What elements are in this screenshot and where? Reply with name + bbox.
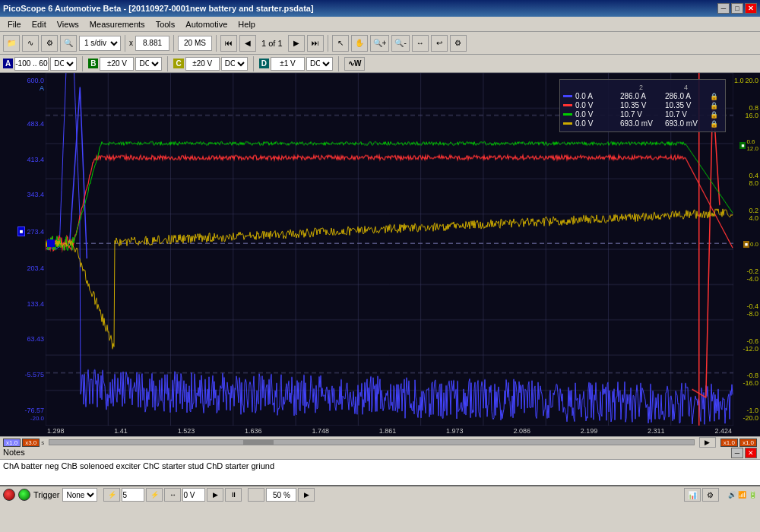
channel-b-coupling[interactable]: DC <box>135 57 162 71</box>
cursor-hand[interactable]: ✋ <box>351 35 368 52</box>
timebase-select[interactable]: 1 s/div <box>79 36 121 51</box>
x-label-1: 1.298 <box>47 427 65 435</box>
channel-b-label: B <box>88 59 98 68</box>
menu-views[interactable]: Views <box>52 19 84 30</box>
menu-automotive[interactable]: Automotive <box>181 19 232 30</box>
zoom-out[interactable]: 🔍- <box>391 35 409 52</box>
menu-edit[interactable]: Edit <box>27 19 51 30</box>
toolbar-icon-1[interactable]: 📁 <box>3 35 20 52</box>
scrollbar-track[interactable] <box>49 439 695 445</box>
close-button[interactable]: ✕ <box>745 3 757 14</box>
channel-bar: A DC B DC C DC D DC ∿W <box>0 55 760 73</box>
x-label-3: 1.523 <box>178 427 195 435</box>
toolbar-icon-2[interactable]: ∿ <box>22 35 39 52</box>
x1-far-indicator: x1.0 <box>739 439 757 447</box>
status-btn-2[interactable]: ⚡ <box>146 488 163 502</box>
scroll-right-btn[interactable]: ▶ <box>699 437 716 448</box>
status-btn-3[interactable]: ↔ <box>164 488 181 502</box>
left-axis-top: 600.0A <box>2 77 44 92</box>
legend-ch-b: 0.0 V 10.35 V 10.35 V 🔒 <box>563 101 722 109</box>
cursor-arrow[interactable]: ↖ <box>332 35 349 52</box>
scrollbar-thumb[interactable] <box>243 440 274 445</box>
zoom-fit[interactable]: ↔ <box>412 35 429 52</box>
channel-a-label: A <box>3 59 13 68</box>
magnification-input[interactable] <box>135 36 169 51</box>
buffer-size-input[interactable] <box>178 36 212 51</box>
x-axis-labels: 1.298 1.41 1.523 1.636 1.748 1.861 1.973… <box>46 427 733 435</box>
minimize-button[interactable]: ─ <box>717 3 730 14</box>
right-axis-2: 0.48.0 <box>735 172 758 187</box>
zoom-in[interactable]: 🔍+ <box>370 35 390 52</box>
awg-button[interactable]: ∿W <box>344 57 365 71</box>
right-axis-top: 1.0 20.0 <box>735 77 758 84</box>
channel-d-coupling[interactable]: DC <box>306 57 333 71</box>
legend-c-val2: 10.7 V <box>620 110 662 119</box>
notes-close[interactable]: ✕ <box>745 448 757 458</box>
ch-sep-2 <box>167 56 168 71</box>
channel-a-coupling[interactable]: DC <box>50 57 77 71</box>
status-icon-1[interactable]: 📊 <box>684 488 701 502</box>
legend-ch-d: 0.0 V 693.0 mV 693.0 mV 🔒 <box>563 119 722 128</box>
notes-text: ChA batter neg ChB solenoed exciter ChC … <box>3 461 274 470</box>
status-input-1[interactable] <box>122 488 144 502</box>
nav-start[interactable]: ⏮ <box>220 35 237 52</box>
toolbar-icon-4[interactable]: 🔍 <box>60 35 77 52</box>
ch-sep-4 <box>338 56 339 71</box>
channel-c-range[interactable] <box>185 57 220 71</box>
right-axis-1: 0.816.0 <box>735 104 758 119</box>
notes-title: Notes <box>3 448 25 458</box>
status-btn-1[interactable]: ⚡ <box>103 488 120 502</box>
channel-a-block: A DC <box>3 57 77 71</box>
channel-b-range[interactable] <box>100 57 134 71</box>
left-axis-2: 483.4 <box>2 120 44 128</box>
menu-bar: File Edit Views Measurements Tools Autom… <box>0 17 760 32</box>
left-y-axis: 600.0A 483.4 413.4 343.4 ■ 273.4 203.4 1… <box>0 73 46 426</box>
status-percent-group: ▶ <box>248 488 315 502</box>
trigger-select[interactable]: None <box>62 488 97 502</box>
status-btn-4[interactable]: ▶ <box>207 488 223 502</box>
data-legend: 2 4 0.0 A 286.0 A 286.0 A 🔒 0.0 V 10.35 … <box>559 79 726 132</box>
right-axis-neg2: -0.4-8.0 <box>735 302 758 318</box>
ch-sep-3 <box>253 56 254 71</box>
notes-minimize[interactable]: ─ <box>731 448 743 458</box>
nav-prev[interactable]: ◀ <box>239 35 256 52</box>
nav-next[interactable]: ▶ <box>288 35 305 52</box>
legend-d-val3: 693.0 mV <box>665 119 707 128</box>
channel-c-coupling[interactable]: DC <box>221 57 248 71</box>
x-label-4: 1.636 <box>245 427 262 435</box>
toolbar-icon-3[interactable]: ⚙ <box>41 35 58 52</box>
menu-tools[interactable]: Tools <box>151 19 180 30</box>
notes-area: Notes ─ ✕ ChA batter neg ChB solenoed ex… <box>0 445 760 485</box>
x1-right-indicator: x1.0 <box>720 439 738 447</box>
toolbar: 📁 ∿ ⚙ 🔍 1 s/div x ⏮ ◀ 1 of 1 ▶ ⏭ ↖ ✋ 🔍+ … <box>0 32 760 55</box>
separator-1 <box>125 35 125 52</box>
status-pct-btn[interactable] <box>248 488 264 502</box>
legend-a-val2: 286.0 A <box>620 92 662 100</box>
menu-help[interactable]: Help <box>233 19 260 30</box>
status-pct-input[interactable] <box>266 488 296 502</box>
undo[interactable]: ↩ <box>431 35 448 52</box>
status-input-2[interactable] <box>182 488 205 502</box>
status-icon-2[interactable]: ⚙ <box>702 488 719 502</box>
trigger-label: Trigger <box>33 490 59 499</box>
maximize-button[interactable]: □ <box>731 3 743 14</box>
status-light-red <box>3 489 15 501</box>
channel-d-range[interactable] <box>271 57 305 71</box>
menu-measurements[interactable]: Measurements <box>85 19 150 30</box>
settings[interactable]: ⚙ <box>450 35 467 52</box>
x-label-5: 1.748 <box>312 427 329 435</box>
channel-a-range[interactable] <box>14 57 49 71</box>
x-label-9: 2.199 <box>581 427 598 435</box>
left-axis-3: 413.4 <box>2 156 44 163</box>
left-axis-zero: ■ 273.4 <box>2 226 44 236</box>
right-axis-neg3: -0.6-12.0 <box>735 337 758 353</box>
x-label-2: 1.41 <box>114 427 128 435</box>
status-pct-right[interactable]: ▶ <box>298 488 315 502</box>
ch-sep-1 <box>82 56 83 71</box>
nav-end[interactable]: ⏭ <box>307 35 324 52</box>
menu-file[interactable]: File <box>3 19 26 30</box>
tray-icons: 🔊 📶 🔋 <box>728 491 757 499</box>
x-label-8: 2.086 <box>513 427 530 435</box>
status-btn-5[interactable]: ⏸ <box>225 488 242 502</box>
channel-d-block: D DC <box>259 57 333 71</box>
